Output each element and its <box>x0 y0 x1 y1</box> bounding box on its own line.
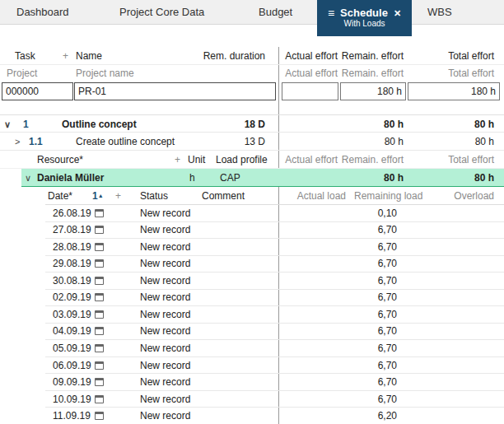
calendar-icon[interactable] <box>95 361 104 370</box>
resource-load-profile: CAP <box>220 169 240 187</box>
task-row[interactable]: ∨ 1 Outline concept 18 D 80 h 80 h <box>0 114 504 133</box>
load-remaining: 6,70 <box>378 275 397 287</box>
tab-schedule-sublabel: With Loads <box>343 19 385 29</box>
add-task-icon[interactable]: + <box>63 47 68 65</box>
sort-indicator[interactable]: 1▲ <box>92 187 104 205</box>
resource-total-effort: 80 h <box>474 169 494 187</box>
col-total-effort: Total effort <box>448 151 494 169</box>
calendar-icon[interactable] <box>95 277 104 285</box>
project-actual-effort-cell[interactable] <box>282 82 338 100</box>
calendar-icon[interactable] <box>95 412 104 420</box>
calendar-icon[interactable] <box>95 378 104 386</box>
load-row[interactable]: 02.09.19 New record 6,70 <box>45 290 504 307</box>
add-resource-icon[interactable]: + <box>175 151 180 169</box>
col-name: Name <box>76 47 102 65</box>
load-row[interactable]: 11.09.19 New record 6,20 <box>45 408 504 424</box>
load-status: New record <box>140 224 190 235</box>
load-date: 26.08.19 <box>53 207 91 219</box>
calendar-icon[interactable] <box>95 395 104 403</box>
load-date: 03.09.19 <box>53 309 91 320</box>
col-actual-effort: Actual effort <box>285 65 338 82</box>
col-rem-duration: Rem. duration <box>203 47 265 65</box>
load-status: New record <box>140 394 190 405</box>
col-task: Task <box>15 47 35 65</box>
load-status: New record <box>140 325 190 337</box>
load-row[interactable]: 28.08.19 New record 6,70 <box>45 239 504 256</box>
project-total-effort-cell[interactable]: 180 h <box>408 82 500 100</box>
load-row[interactable]: 06.09.19 New record 6,70 <box>45 357 504 375</box>
load-date: 04.09.19 <box>53 325 91 337</box>
menu-icon[interactable]: ≡ <box>328 7 334 19</box>
load-row[interactable]: 03.09.19 New record 6,70 <box>45 306 504 324</box>
load-row[interactable]: 30.08.19 New record 6,70 <box>45 273 504 290</box>
load-row[interactable]: 26.08.19 New record 0,10 <box>45 205 504 222</box>
calendar-icon[interactable] <box>95 344 104 352</box>
calendar-icon[interactable] <box>95 209 104 217</box>
add-load-icon[interactable]: + <box>115 187 121 205</box>
calendar-icon[interactable] <box>95 327 104 335</box>
col-overload: Overload <box>454 187 494 205</box>
task-remain-effort: 80 h <box>384 115 404 133</box>
load-row[interactable]: 29.08.19 New record 6,70 <box>45 256 504 273</box>
col-actual-effort: Actual effort <box>285 151 338 169</box>
task-rem-duration: 18 D <box>245 115 265 133</box>
project-remain-effort-cell[interactable]: 180 h <box>340 82 406 100</box>
task-row[interactable]: > 1.1 Create outline concept 13 D 80 h 8… <box>0 133 504 151</box>
col-remain-effort: Remain. effort <box>342 47 404 65</box>
resource-name: Daniela Müller <box>37 169 104 187</box>
project-name-cell[interactable]: PR-01 <box>74 82 276 100</box>
calendar-icon[interactable] <box>95 259 104 268</box>
col-total-effort: Total effort <box>448 65 494 82</box>
project-row: 000000 PR-01 180 h 180 h <box>0 82 504 102</box>
tab-budget[interactable]: Budget <box>259 0 292 25</box>
project-header: Project Project name Actual effort Remai… <box>0 65 504 82</box>
load-status: New record <box>140 376 190 388</box>
load-row[interactable]: 10.09.19 New record 6,70 <box>45 391 504 408</box>
load-rows: 26.08.19 New record 0,10 27.08.19 New re… <box>0 205 504 424</box>
load-remaining: 6,70 <box>378 224 397 235</box>
chevron-down-icon[interactable]: ∨ <box>25 169 31 187</box>
tab-project-core-data[interactable]: Project Core Data <box>119 0 204 25</box>
col-project-name: Project name <box>76 65 134 82</box>
load-row[interactable]: 27.08.19 New record 6,70 <box>45 222 504 240</box>
task-table-header: Task + Name Rem. duration Actual effort … <box>0 47 504 65</box>
load-remaining: 6,70 <box>378 309 397 320</box>
load-remaining: 6,70 <box>378 258 397 269</box>
col-remaining-load: Remaining load <box>354 187 422 205</box>
load-date: 09.09.19 <box>53 376 91 388</box>
col-actual-effort: Actual effort <box>285 47 338 65</box>
load-status: New record <box>140 342 190 354</box>
tab-schedule-title: ≡ Schedule ✕ <box>328 7 401 19</box>
tab-wbs[interactable]: WBS <box>427 0 452 25</box>
tab-schedule-label: Schedule <box>340 7 388 19</box>
load-status: New record <box>140 207 190 219</box>
resource-row-selected[interactable]: ∨ Daniela Müller h CAP 80 h 80 h <box>21 169 504 187</box>
col-date: Date* <box>48 187 72 205</box>
calendar-icon[interactable] <box>95 293 104 301</box>
calendar-icon[interactable] <box>95 243 104 251</box>
calendar-icon[interactable] <box>95 226 104 234</box>
tab-bar: Dashboard Project Core Data Budget WBS <box>0 0 504 25</box>
load-row[interactable]: 09.09.19 New record 6,70 <box>45 374 504 391</box>
task-total-effort: 80 h <box>474 115 494 133</box>
col-status: Status <box>140 187 168 205</box>
col-actual-load: Actual load <box>297 187 346 205</box>
load-row[interactable]: 05.09.19 New record 6,70 <box>45 340 504 357</box>
resource-header: Resource* + Unit Load profile Actual eff… <box>0 151 504 169</box>
project-number-cell[interactable]: 000000 <box>2 82 73 100</box>
load-status: New record <box>140 275 190 287</box>
load-status: New record <box>140 309 190 320</box>
load-remaining: 6,70 <box>378 394 397 405</box>
load-remaining: 6,70 <box>378 291 397 303</box>
load-row[interactable]: 04.09.19 New record 6,70 <box>45 324 504 341</box>
col-resource: Resource* <box>37 151 83 169</box>
chevron-down-icon[interactable]: ∨ <box>4 115 11 133</box>
tab-dashboard[interactable]: Dashboard <box>16 0 69 25</box>
calendar-icon[interactable] <box>95 310 104 319</box>
tab-schedule[interactable]: ≡ Schedule ✕ With Loads <box>317 0 412 36</box>
chevron-right-icon[interactable]: > <box>15 133 20 151</box>
close-icon[interactable]: ✕ <box>394 7 401 19</box>
task-number: 1 <box>23 115 29 133</box>
load-date: 02.09.19 <box>53 291 91 303</box>
col-remain-effort: Remain. effort <box>342 151 404 169</box>
